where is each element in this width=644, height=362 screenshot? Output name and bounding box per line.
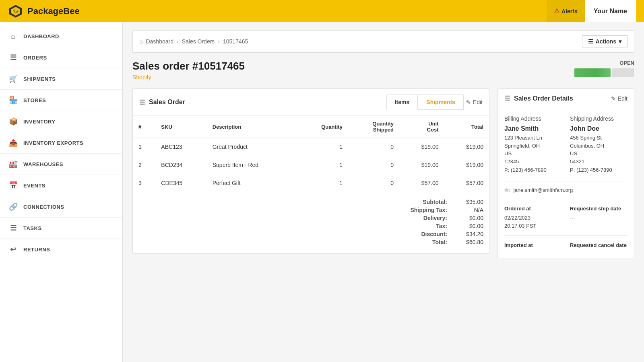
actions-button[interactable]: ☰ Actions ▾: [582, 35, 627, 47]
details-edit-button[interactable]: ✎ Edit: [611, 95, 627, 102]
shipping-address1: 456 Spring St: [570, 134, 627, 142]
ordered-at-col: Ordered at 02/22/2023 20:17:03 PST: [504, 206, 562, 230]
row3-unit-cost: $57.00: [399, 174, 444, 192]
shipping-city-state: Columbus, OH: [570, 142, 627, 150]
order-card-header: ☰ Sales Order Items Shipments ✎ Edit: [133, 89, 489, 116]
shipping-tax-value: N/A: [455, 207, 483, 213]
sidebar-item-events[interactable]: 📅 EVENTS: [0, 175, 122, 196]
warehouses-icon: 🏭: [9, 160, 18, 169]
tab-shipments[interactable]: Shipments: [418, 95, 464, 110]
sidebar-item-stores[interactable]: 🏪 STORES: [0, 90, 122, 111]
shipping-tax-row: Shipping Tax: N/A: [138, 207, 483, 213]
events-icon: 📅: [9, 181, 18, 190]
billing-header: Billing Address: [504, 115, 562, 122]
status-bar-empty: [612, 68, 634, 77]
status-label: OPEN: [619, 60, 634, 66]
sidebar-item-tasks[interactable]: ☰ TASKS: [0, 218, 122, 239]
breadcrumb-sep2: ›: [218, 38, 220, 45]
sidebar-item-connections[interactable]: 🔗 CONNECTIONS: [0, 196, 122, 218]
shipping-name: John Doe: [570, 125, 627, 132]
row3-quantity: 1: [297, 174, 348, 192]
tab-items[interactable]: Items: [386, 95, 418, 110]
billing-address1: 123 Pleasant Ln: [504, 134, 562, 142]
breadcrumb-sales-orders[interactable]: Sales Orders: [182, 38, 215, 45]
col-description: Description: [207, 116, 297, 138]
row2-description: Superb Item - Red: [207, 156, 297, 174]
totals-area: Subtotal: $95.00 Shipping Tax: N/A Deliv…: [133, 192, 489, 253]
logo-area: 🐝 PackageBee: [8, 4, 80, 19]
shipping-tax-label: Shipping Tax:: [410, 207, 447, 213]
row1-total: $19.00: [444, 138, 489, 156]
delivery-row: Delivery: $0.00: [138, 215, 483, 221]
status-bar-filled: [574, 68, 611, 77]
shipping-header: Shipping Address: [570, 115, 627, 122]
alerts-label: Alerts: [561, 8, 578, 14]
divider: [504, 181, 627, 181]
user-button[interactable]: Your Name: [585, 0, 636, 22]
sidebar-label-warehouses: WAREHOUSES: [23, 161, 63, 167]
logo-icon: 🐝: [8, 4, 23, 19]
sidebar-label-orders: ORDERS: [23, 55, 47, 61]
returns-icon: ↩: [9, 245, 18, 254]
sidebar-item-warehouses[interactable]: 🏭 WAREHOUSES: [0, 154, 122, 175]
imported-at-label: Imported at: [504, 242, 562, 248]
home-icon: ⌂: [9, 32, 18, 41]
sidebar: ⌂ DASHBOARD ☰ ORDERS 🛒 SHIPMENTS 🏪 STORE…: [0, 22, 123, 362]
details-body: Billing Address Jane Smith 123 Pleasant …: [498, 108, 634, 258]
tasks-icon: ☰: [9, 224, 18, 232]
email-value: jane.smith@smithfam.org: [514, 187, 573, 193]
sidebar-item-inventory-exports[interactable]: 📤 INVENTORY EXPORTS: [0, 132, 122, 154]
logo-text: PackageBee: [27, 6, 80, 16]
status-bar-container: [574, 68, 634, 77]
svg-text:🐝: 🐝: [13, 8, 19, 14]
sidebar-item-inventory[interactable]: 📦 INVENTORY: [0, 111, 122, 132]
actions-menu-icon: ☰: [588, 38, 593, 45]
row2-quantity: 1: [297, 156, 348, 174]
tax-value: $0.00: [455, 223, 483, 229]
subtotal-value: $95.00: [455, 199, 483, 205]
main-content: ⌂ Dashboard › Sales Orders › 10517465 ☰ …: [123, 22, 644, 362]
sidebar-item-orders[interactable]: ☰ ORDERS: [0, 47, 122, 68]
sales-order-card: ☰ Sales Order Items Shipments ✎ Edit: [132, 88, 489, 254]
requested-cancel-col: Requested cancel date: [570, 242, 627, 251]
page-source: Shopify: [132, 74, 245, 80]
subtotal-row: Subtotal: $95.00: [138, 199, 483, 205]
sidebar-label-connections: CONNECTIONS: [23, 204, 64, 210]
row3-description: Perfect Gift: [207, 174, 297, 192]
shipping-phone: P: (123) 456-7890: [570, 167, 627, 173]
billing-name: Jane Smith: [504, 125, 562, 132]
col-quantity-shipped: QuantityShipped: [348, 116, 399, 138]
sidebar-label-events: EVENTS: [23, 183, 45, 189]
breadcrumb-sep1: ›: [177, 38, 179, 45]
sidebar-label-tasks: TASKS: [23, 225, 42, 231]
sidebar-label-returns: RETURNS: [23, 247, 50, 253]
requested-ship-col: Requested ship date ---: [570, 206, 627, 230]
row1-qty-shipped: 0: [348, 138, 399, 156]
row1-description: Great Product: [207, 138, 297, 156]
col-sku: SKU: [155, 116, 206, 138]
delivery-label: Delivery:: [423, 215, 447, 221]
content-columns: ☰ Sales Order Items Shipments ✎ Edit: [132, 88, 634, 258]
col-quantity: Quantity: [297, 116, 348, 138]
order-card-menu-icon: ☰: [139, 99, 145, 106]
billing-phone: P: (123) 456-7890: [504, 167, 562, 173]
order-card-title: Sales Order: [149, 99, 185, 106]
stores-icon: 🏪: [9, 96, 18, 105]
col-total: Total: [444, 116, 489, 138]
sidebar-item-dashboard[interactable]: ⌂ DASHBOARD: [0, 26, 122, 47]
sidebar-item-returns[interactable]: ↩ RETURNS: [0, 239, 122, 260]
page-title: Sales order #10517465: [132, 60, 245, 72]
breadcrumb-order-id: 10517465: [223, 38, 248, 45]
row3-total: $57.00: [444, 174, 489, 192]
order-edit-button[interactable]: ✎ Edit: [466, 99, 483, 105]
subtotal-label: Subtotal:: [423, 199, 447, 205]
ordered-at-value2: 20:17:03 PST: [504, 222, 562, 230]
page-title-area: Sales order #10517465 Shopify OPEN: [132, 60, 634, 80]
row1-num: 1: [133, 138, 155, 156]
sidebar-item-shipments[interactable]: 🛒 SHIPMENTS: [0, 68, 122, 90]
sidebar-label-stores: STORES: [23, 97, 46, 103]
alerts-button[interactable]: ⚠ Alerts: [547, 0, 585, 22]
discount-label: Discount:: [421, 231, 447, 237]
alert-icon: ⚠: [554, 7, 559, 15]
breadcrumb-dashboard[interactable]: Dashboard: [146, 38, 173, 45]
